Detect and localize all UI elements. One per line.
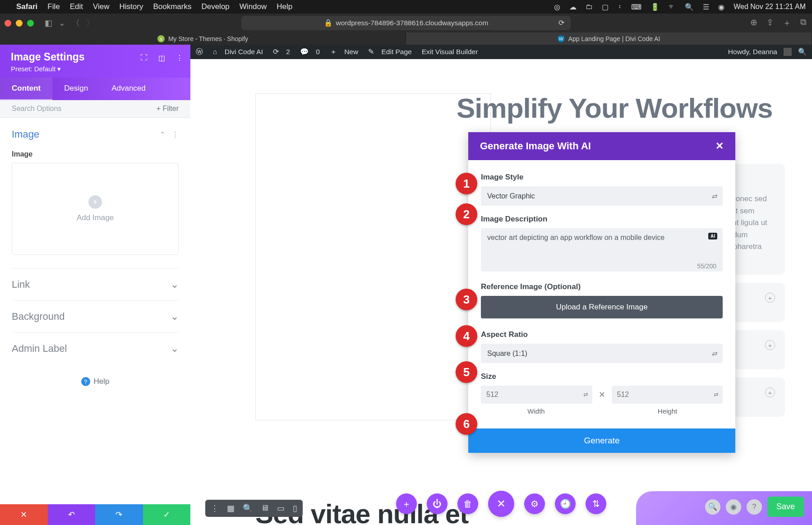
window-controls <box>5 20 34 27</box>
menu-view[interactable]: View <box>93 2 110 11</box>
add-section-button[interactable]: ＋ <box>396 493 417 514</box>
accordion-link[interactable]: Link⌄ <box>12 268 179 300</box>
panel-menu-icon[interactable]: ⋮ <box>176 54 183 62</box>
upload-reference-button[interactable]: Upload a Reference Image <box>481 296 723 318</box>
menu-help[interactable]: Help <box>277 2 292 11</box>
help-icon[interactable]: ? <box>747 499 762 515</box>
menu-window[interactable]: Window <box>240 2 267 11</box>
search-icon[interactable]: 🔍 <box>685 3 694 11</box>
swap-button[interactable]: ⇅ <box>586 493 606 514</box>
accordion-admin-label[interactable]: Admin Label⌄ <box>12 332 179 364</box>
folder-icon[interactable]: 🗀 <box>586 3 593 11</box>
clear-button[interactable]: 🗑 <box>457 493 478 514</box>
group-menu-icon[interactable]: ⋮ <box>172 130 179 138</box>
height-input[interactable] <box>612 386 723 404</box>
share-icon[interactable]: ⇪ <box>766 17 774 29</box>
menu-bookmarks[interactable]: Bookmarks <box>153 2 191 11</box>
page-settings-button[interactable]: ⏻ <box>427 493 448 514</box>
layers-icon[interactable]: ◉ <box>726 499 741 515</box>
downloads-icon[interactable]: ⊕ <box>750 17 757 29</box>
back-icon[interactable]: 〈 <box>72 18 80 28</box>
tab-content[interactable]: Content <box>0 78 52 100</box>
control-center-icon[interactable]: ☰ <box>703 3 709 11</box>
generate-button[interactable]: Generate <box>468 428 735 453</box>
history-button[interactable]: 🕘 <box>555 493 576 514</box>
menu-develop[interactable]: Develop <box>201 2 229 11</box>
record-icon[interactable]: ◎ <box>554 3 560 11</box>
discard-button[interactable]: ✕ <box>0 504 48 525</box>
menu-edit[interactable]: Edit <box>70 2 83 11</box>
comments-link[interactable]: 💬 0 <box>300 48 320 56</box>
datetime[interactable]: Wed Nov 22 11:21 AM <box>734 3 806 11</box>
address-bar[interactable]: 🔒 wordpress-784896-3788616.cloudwaysapps… <box>241 16 571 30</box>
ai-badge[interactable]: AI <box>708 233 717 239</box>
tab-shopify[interactable]: s My Store - Themes · Shopify <box>0 32 406 45</box>
tab-group-dropdown-icon[interactable]: ⌄ <box>59 18 65 28</box>
safari-tabs: s My Store - Themes · Shopify W App Land… <box>0 32 812 45</box>
accordion-background[interactable]: Background⌄ <box>12 300 179 332</box>
forward-icon[interactable]: 〉 <box>86 18 94 28</box>
bluetooth-icon[interactable]: ᛬ <box>618 3 622 11</box>
expand-icon[interactable]: + <box>765 387 775 397</box>
fullscreen-window-icon[interactable] <box>27 20 34 27</box>
reload-icon[interactable]: ⟳ <box>558 19 564 27</box>
close-builder-button[interactable]: ✕ <box>488 491 514 517</box>
new-tab-icon[interactable]: ＋ <box>783 17 791 29</box>
add-image-dropzone[interactable]: + Add Image <box>12 163 179 255</box>
expand-icon[interactable]: + <box>765 340 775 350</box>
confirm-button[interactable]: ✓ <box>143 504 191 525</box>
close-window-icon[interactable] <box>5 20 11 27</box>
menu-file[interactable]: File <box>47 2 60 11</box>
tab-wordpress[interactable]: W App Landing Page | Divi Code AI <box>406 32 812 45</box>
close-icon[interactable]: ✕ <box>715 140 724 152</box>
search-options-input[interactable]: Search Options <box>12 105 61 113</box>
undo-button[interactable]: ↶ <box>48 504 96 525</box>
group-image-label: Image <box>12 129 39 140</box>
image-field-label: Image <box>12 150 179 158</box>
desktop-icon[interactable]: 🖥 <box>261 503 269 513</box>
sidebar-icon[interactable]: ◧ <box>45 18 52 28</box>
tabs-icon[interactable]: ⧉ <box>800 17 807 29</box>
expand-icon[interactable]: + <box>765 293 775 303</box>
tab-advanced[interactable]: Advanced <box>100 78 157 100</box>
new-link[interactable]: ＋ New <box>330 47 358 57</box>
howdy-link[interactable]: Howdy, Deanna <box>728 48 777 56</box>
siri-icon[interactable]: ◉ <box>718 3 724 11</box>
focus-icon[interactable]: ⛶ <box>140 54 148 62</box>
site-link[interactable]: ⌂ Divi Code AI <box>213 48 263 56</box>
wp-search-icon[interactable]: 🔍 <box>798 48 807 56</box>
menu-history[interactable]: History <box>120 2 143 11</box>
wp-logo-icon[interactable]: ⓦ <box>196 47 203 57</box>
divi-menu-icon[interactable]: ⋮ <box>211 503 219 513</box>
find-replace-icon[interactable]: 🔍 <box>705 499 720 515</box>
image-description-input[interactable]: vector art depicting an app workflow on … <box>481 228 723 272</box>
updates-link[interactable]: ⟳ 2 <box>273 48 290 56</box>
wireframe-icon[interactable]: ▦ <box>227 503 235 513</box>
settings-button[interactable]: ⚙ <box>524 493 545 514</box>
keyboard-icon[interactable]: ⌨ <box>631 3 641 11</box>
redo-button[interactable]: ↷ <box>95 504 143 525</box>
battery-icon[interactable]: 🔋 <box>651 3 660 11</box>
wifi-icon[interactable]: ᯤ <box>669 3 676 11</box>
app-name[interactable]: Safari <box>16 2 37 11</box>
mobile-icon[interactable]: ▯ <box>293 503 297 513</box>
tablet-icon[interactable]: ▭ <box>277 503 285 513</box>
panel-position-icon[interactable]: ◫ <box>158 54 165 62</box>
edit-page-link[interactable]: ✎ Edit Page <box>368 48 412 56</box>
avatar[interactable] <box>784 48 792 56</box>
preset-dropdown[interactable]: Preset: Default ▾ <box>11 65 180 73</box>
save-button[interactable]: Save <box>767 497 804 517</box>
exit-visual-builder-link[interactable]: Exit Visual Builder <box>422 48 478 56</box>
help-link[interactable]: ?Help <box>12 364 179 399</box>
filter-button[interactable]: + Filter <box>157 105 179 113</box>
zoom-icon[interactable]: 🔍 <box>243 503 253 513</box>
minimize-window-icon[interactable] <box>16 20 23 27</box>
display-icon[interactable]: ▢ <box>602 3 609 11</box>
tab-design[interactable]: Design <box>52 78 100 100</box>
aspect-ratio-select[interactable]: Square (1:1) <box>481 344 723 363</box>
image-style-select[interactable]: Vector Graphic <box>481 186 723 206</box>
lock-icon: 🔒 <box>324 19 332 27</box>
width-input[interactable] <box>481 386 592 404</box>
group-image-toggle[interactable]: Image ⌃ ⋮ <box>12 122 179 147</box>
cloud-icon[interactable]: ☁ <box>569 3 577 11</box>
